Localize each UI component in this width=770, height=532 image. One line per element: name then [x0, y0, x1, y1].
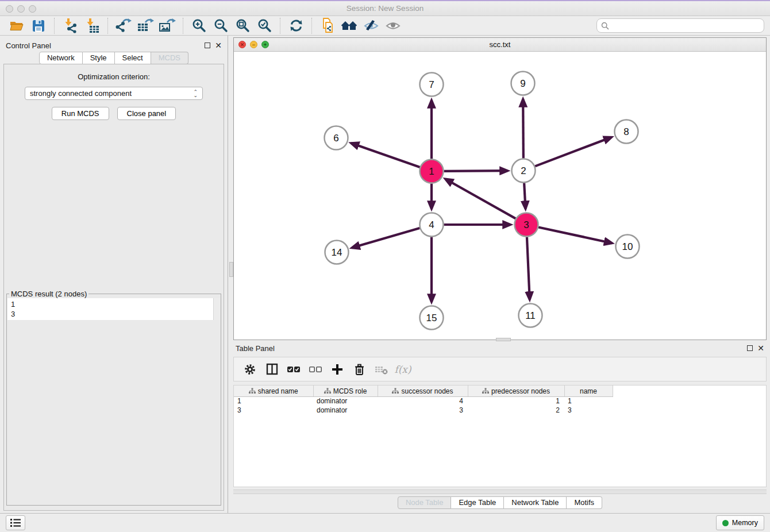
column-type-icon [482, 388, 489, 394]
export-table-icon [137, 18, 154, 33]
app-titlebar: Session: New Session [0, 0, 770, 16]
clone-network-button[interactable] [318, 17, 337, 34]
graph-edge-4-14[interactable] [352, 228, 419, 248]
close-window-button[interactable] [6, 5, 13, 13]
task-history-button[interactable] [6, 515, 25, 530]
graph-edge-3-1[interactable] [445, 179, 515, 219]
table-cell[interactable]: 4 [378, 396, 468, 406]
import-table-icon [84, 18, 100, 33]
export-image-button[interactable] [157, 17, 177, 34]
table-splitter-strip[interactable] [233, 489, 767, 494]
float-panel-icon[interactable] [205, 41, 210, 50]
hide-selected-button[interactable] [361, 17, 381, 34]
graph-edge-2-8[interactable] [535, 137, 611, 167]
refresh-button[interactable] [286, 17, 306, 34]
search-input[interactable] [612, 21, 760, 30]
table-cell[interactable]: 3 [234, 406, 313, 415]
table-cell[interactable]: 3 [564, 406, 613, 415]
toolbar-separator [54, 18, 55, 34]
column-header-name[interactable]: name [564, 385, 613, 396]
zoom-selected-button[interactable] [255, 17, 274, 34]
graph-edge-3-10[interactable] [538, 228, 612, 244]
column-header-shared-name[interactable]: shared name [234, 385, 313, 396]
network-close-button[interactable]: ✕ [238, 41, 246, 48]
table-tab-edge-table[interactable]: Edge Table [451, 496, 504, 509]
open-session-button[interactable] [7, 17, 26, 34]
mcds-result-list[interactable]: 13 [7, 298, 213, 320]
select-all-columns-button[interactable] [284, 360, 303, 379]
create-column-button[interactable] [328, 360, 346, 379]
nested-networks-button[interactable] [340, 17, 359, 34]
horizontal-splitter-handle[interactable] [496, 338, 511, 341]
tab-network[interactable]: Network [39, 52, 83, 64]
table-tab-network-table[interactable]: Network Table [504, 496, 567, 509]
delete-table-button[interactable] [372, 360, 390, 379]
network-window-titlebar[interactable]: ✕ − + scc.txt [234, 38, 766, 52]
zoom-in-button[interactable] [189, 17, 209, 34]
toolbar-separator [107, 18, 108, 34]
graph-edge-1-2[interactable] [444, 171, 507, 171]
show-all-button[interactable] [383, 17, 403, 34]
memory-label: Memory [732, 519, 758, 527]
network-maximize-button[interactable]: + [261, 41, 269, 48]
graph-node-label: 3 [523, 219, 529, 230]
minimize-window-button[interactable] [17, 5, 25, 13]
tab-style[interactable]: Style [83, 52, 115, 64]
network-minimize-button[interactable]: − [250, 41, 257, 48]
save-session-button[interactable] [29, 17, 48, 34]
table-cell[interactable]: 1 [234, 396, 313, 406]
run-mcds-button[interactable]: Run MCDS [52, 107, 109, 120]
open-folder-icon [9, 18, 24, 33]
control-panel-title: Control Panel [6, 41, 51, 50]
deselect-all-columns-button[interactable] [306, 360, 325, 379]
table-tab-node-table[interactable]: Node Table [398, 496, 452, 509]
table-cell[interactable]: 1 [468, 396, 564, 406]
plus-icon [331, 363, 344, 376]
node-table: shared nameMCDS rolesuccessor nodesprede… [234, 385, 613, 415]
close-panel-icon[interactable]: ✕ [215, 43, 222, 48]
table-cell[interactable]: dominator [313, 406, 378, 415]
trash-icon [353, 363, 366, 376]
network-canvas[interactable]: 1234678910111415 [234, 52, 766, 340]
table-tab-motifs[interactable]: Motifs [567, 496, 602, 509]
function-builder-button[interactable]: f(x) [394, 360, 412, 379]
close-table-panel-icon[interactable]: ✕ [757, 345, 764, 351]
optimization-selected-value: strongly connected component [30, 89, 193, 98]
node-table-container: shared nameMCDS rolesuccessor nodesprede… [233, 385, 767, 487]
result-scrollbar[interactable] [213, 298, 220, 320]
graph-edge-2-9[interactable] [523, 99, 523, 158]
delete-column-button[interactable] [350, 360, 368, 379]
fx-icon: f(x) [394, 364, 411, 375]
table-cell[interactable]: dominator [313, 396, 378, 406]
import-table-button[interactable] [82, 17, 102, 34]
zoom-fit-button[interactable] [233, 17, 252, 34]
export-network-button[interactable] [114, 17, 133, 34]
tab-select[interactable]: Select [115, 52, 151, 64]
import-network-button[interactable] [60, 17, 80, 34]
vertical-splitter-handle[interactable] [229, 262, 233, 277]
float-table-panel-icon[interactable] [747, 344, 753, 353]
table-settings-button[interactable] [241, 360, 259, 379]
table-cell[interactable]: 1 [564, 396, 613, 406]
houses-icon [341, 18, 358, 33]
zoom-out-button[interactable] [211, 17, 230, 34]
table-cell[interactable]: 2 [468, 406, 564, 415]
memory-button[interactable]: Memory [716, 515, 764, 530]
result-line: 3 [11, 309, 210, 319]
column-type-icon [392, 388, 399, 394]
main-toolbar [0, 16, 770, 36]
graph-edge-3-11[interactable] [527, 237, 530, 299]
export-table-button[interactable] [136, 17, 155, 34]
show-columns-button[interactable] [263, 360, 281, 379]
close-panel-button[interactable]: Close panel [117, 107, 176, 120]
zoom-window-button[interactable] [29, 5, 36, 13]
column-header-predecessor-nodes[interactable]: predecessor nodes [468, 385, 564, 396]
column-header-successor-nodes[interactable]: successor nodes [378, 385, 468, 396]
table-cell[interactable]: 3 [378, 406, 468, 415]
tab-mcds[interactable]: MCDS [151, 52, 188, 64]
graph-edge-1-6[interactable] [351, 143, 420, 167]
table-row: 3dominator323 [234, 406, 613, 415]
column-header-mcds-role[interactable]: MCDS role [313, 385, 378, 396]
optimization-select[interactable]: strongly connected component ⌃⌄ [25, 87, 203, 100]
graph-edge-2-3[interactable] [524, 183, 525, 209]
